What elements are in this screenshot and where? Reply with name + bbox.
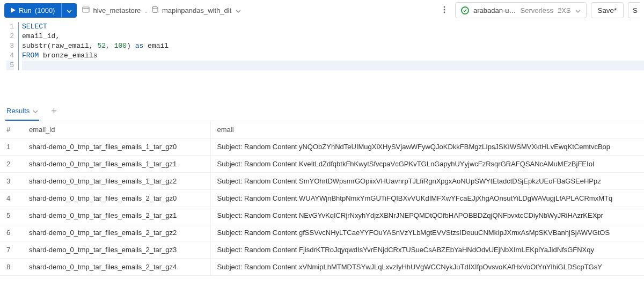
cell-email-id: shard-demo_0_tmp_tar_files_emails_1_tar_… xyxy=(23,156,210,173)
results-table: # email_id email 1shard-demo_0_tmp_tar_f… xyxy=(0,121,644,276)
cell-email-id: shard-demo_0_tmp_tar_files_emails_2_tar_… xyxy=(23,207,210,224)
chevron-down-icon xyxy=(575,6,581,14)
share-button-partial[interactable]: S xyxy=(628,2,640,18)
cell-email-id: shard-demo_0_tmp_tar_files_emails_1_tar_… xyxy=(23,173,210,190)
add-tab-button[interactable]: + xyxy=(49,104,59,118)
top-toolbar: Run (1000) hive_metastore . mapinpandas_… xyxy=(0,0,644,20)
col-header-email[interactable]: email xyxy=(210,121,644,138)
table-row[interactable]: 6shard-demo_0_tmp_tar_files_emails_2_tar… xyxy=(0,224,644,241)
editor-gutter: 12345 xyxy=(0,22,18,70)
play-icon xyxy=(11,6,16,14)
svg-point-4 xyxy=(444,9,445,10)
row-index: 5 xyxy=(0,207,23,224)
row-index: 8 xyxy=(0,259,23,276)
cell-email-id: shard-demo_0_tmp_tar_files_emails_2_tar_… xyxy=(23,241,210,259)
kebab-icon xyxy=(443,6,445,15)
plus-icon: + xyxy=(51,106,57,116)
cell-email-id: shard-demo_0_tmp_tar_files_emails_2_tar_… xyxy=(23,190,210,207)
col-header-email-id[interactable]: email_id xyxy=(23,121,210,138)
compute-selector[interactable]: arabadan-u… Serverless 2XS xyxy=(455,2,587,18)
cell-email: Subject: Random Content KveItLdZdfqbtkFh… xyxy=(210,156,644,173)
results-tab-bar: Results + xyxy=(0,101,644,121)
row-index: 7 xyxy=(0,241,23,259)
status-ok-icon xyxy=(461,6,469,14)
run-button[interactable]: Run (1000) xyxy=(4,3,61,18)
col-header-index[interactable]: # xyxy=(0,121,23,138)
breadcrumb-separator: . xyxy=(145,6,147,14)
svg-point-2 xyxy=(152,6,158,9)
breadcrumb[interactable]: hive_metastore . mapinpandas_with_dlt xyxy=(81,4,242,17)
row-index: 3 xyxy=(0,173,23,190)
breadcrumb-catalog: hive_metastore xyxy=(93,6,141,14)
breadcrumb-table: mapinpandas_with_dlt xyxy=(162,6,231,14)
tab-results[interactable]: Results xyxy=(5,101,39,121)
run-dropdown-button[interactable] xyxy=(61,3,77,18)
run-label: Run xyxy=(19,6,32,14)
table-row[interactable]: 5shard-demo_0_tmp_tar_files_emails_2_tar… xyxy=(0,207,644,224)
save-button[interactable]: Save* xyxy=(591,2,624,18)
chevron-down-icon xyxy=(236,6,241,14)
cluster-name: arabadan-u… xyxy=(473,6,516,14)
run-count: (1000) xyxy=(35,6,55,14)
row-index: 1 xyxy=(0,138,23,156)
catalog-icon xyxy=(82,6,90,15)
cell-email: Subject: Random Content yNQObZYhNdTeUIMu… xyxy=(210,138,644,156)
cluster-size: 2XS xyxy=(558,6,571,14)
cell-email: Subject: Random Content SmYOhrtDWpsmrGOp… xyxy=(210,173,644,190)
sql-editor[interactable]: 12345 SELECTemail_id,substr(raw_email, 5… xyxy=(0,21,644,70)
chevron-down-icon xyxy=(67,6,72,14)
cell-email: Subject: Random Content xVNmipLhMTMDTSYw… xyxy=(210,259,644,276)
more-actions-button[interactable] xyxy=(438,3,451,18)
row-index: 2 xyxy=(0,156,23,173)
svg-point-5 xyxy=(444,11,445,13)
tab-results-label: Results xyxy=(6,107,30,115)
svg-point-3 xyxy=(444,6,445,8)
cell-email-id: shard-demo_0_tmp_tar_files_emails_2_tar_… xyxy=(23,224,210,241)
cell-email: Subject: Random Content gfSSVvcNHyLTCaeY… xyxy=(210,224,644,241)
cluster-type: Serverless xyxy=(521,6,553,14)
table-row[interactable]: 1shard-demo_0_tmp_tar_files_emails_1_tar… xyxy=(0,138,644,156)
share-label: S xyxy=(633,6,638,14)
editor-code[interactable]: SELECTemail_id,substr(raw_email, 52, 100… xyxy=(18,22,644,70)
svg-rect-0 xyxy=(83,7,89,12)
table-row[interactable]: 4shard-demo_0_tmp_tar_files_emails_2_tar… xyxy=(0,190,644,207)
row-index: 4 xyxy=(0,190,23,207)
cell-email: Subject: Random Content WUAYWjnBhtpNmxYm… xyxy=(210,190,644,207)
database-icon xyxy=(151,6,159,15)
table-row[interactable]: 3shard-demo_0_tmp_tar_files_emails_1_tar… xyxy=(0,173,644,190)
cell-email-id: shard-demo_0_tmp_tar_files_emails_1_tar_… xyxy=(23,138,210,156)
cell-email: Subject: Random Content NEvGYvKqICRjrNxy… xyxy=(210,207,644,224)
results-header-row: # email_id email xyxy=(0,121,644,138)
run-button-group: Run (1000) xyxy=(4,3,77,18)
table-row[interactable]: 8shard-demo_0_tmp_tar_files_emails_2_tar… xyxy=(0,259,644,276)
cell-email: Subject: Random Content FjisdrKTRoJqyqwd… xyxy=(210,241,644,259)
chevron-down-icon xyxy=(33,107,38,115)
table-row[interactable]: 2shard-demo_0_tmp_tar_files_emails_1_tar… xyxy=(0,156,644,173)
table-row[interactable]: 7shard-demo_0_tmp_tar_files_emails_2_tar… xyxy=(0,241,644,259)
row-index: 6 xyxy=(0,224,23,241)
cell-email-id: shard-demo_0_tmp_tar_files_emails_2_tar_… xyxy=(23,259,210,276)
save-label: Save* xyxy=(598,6,617,14)
